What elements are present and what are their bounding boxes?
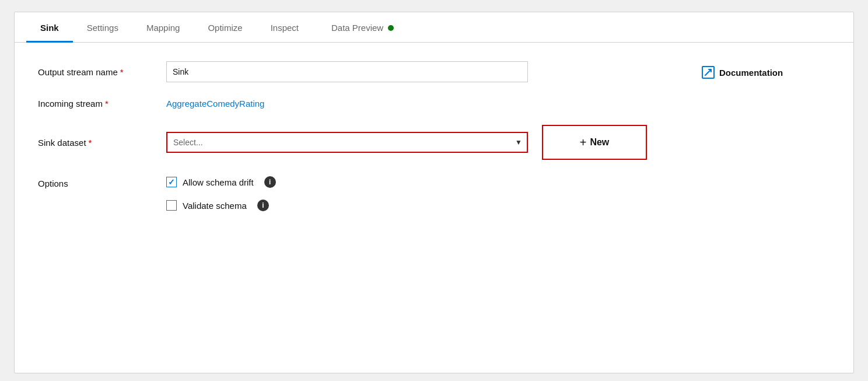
allow-schema-drift-label: Allow schema drift: [183, 177, 254, 187]
plus-icon: +: [580, 136, 587, 149]
incoming-stream-link[interactable]: AggregateComedyRating: [166, 99, 264, 109]
output-stream-control: [166, 61, 667, 82]
left-form: Output stream name * Incoming stream * A…: [38, 61, 667, 211]
output-stream-label: Output stream name *: [38, 67, 166, 77]
sink-dataset-select-wrapper: Select... ▼: [166, 132, 528, 153]
sink-dataset-select[interactable]: Select...: [166, 132, 528, 153]
content-area: Output stream name * Incoming stream * A…: [15, 43, 853, 230]
checkmark-icon: ✓: [168, 177, 175, 187]
incoming-required-star: *: [105, 99, 108, 109]
validate-schema-checkbox[interactable]: [166, 200, 177, 211]
incoming-stream-label: Incoming stream *: [38, 99, 166, 109]
documentation-label: Documentation: [719, 68, 783, 78]
sink-dataset-required-star: *: [89, 138, 92, 148]
tab-optimize[interactable]: Optimize: [194, 15, 256, 43]
options-area: ✓ Allow schema drift i Validate schema i: [166, 176, 276, 211]
tab-sink[interactable]: Sink: [26, 15, 73, 43]
main-content: Output stream name * Incoming stream * A…: [38, 61, 830, 211]
new-button-label: New: [590, 137, 609, 148]
validate-schema-row: Validate schema i: [166, 200, 276, 211]
required-star: *: [120, 67, 124, 77]
tab-mapping[interactable]: Mapping: [132, 15, 194, 43]
sink-dataset-control: Select... ▼ + New: [166, 125, 667, 160]
sink-dataset-row: Sink dataset * Select... ▼ + New: [38, 125, 667, 160]
validate-schema-label: Validate schema: [183, 201, 247, 211]
documentation-link[interactable]: Documentation: [702, 66, 783, 79]
output-stream-input[interactable]: [166, 61, 528, 82]
main-panel: Sink Settings Mapping Optimize Inspect D…: [14, 12, 854, 373]
tab-inspect[interactable]: Inspect: [257, 15, 313, 43]
options-label: Options: [38, 176, 166, 188]
new-button[interactable]: + New: [542, 125, 647, 160]
output-stream-row: Output stream name *: [38, 61, 667, 82]
tab-data-preview[interactable]: Data Preview: [317, 15, 408, 43]
status-dot: [388, 25, 394, 31]
allow-schema-drift-checkbox[interactable]: ✓: [166, 177, 177, 187]
sink-dataset-label: Sink dataset *: [38, 138, 166, 148]
right-section: Documentation: [667, 61, 830, 211]
allow-schema-drift-info-icon[interactable]: i: [264, 176, 276, 188]
tab-bar: Sink Settings Mapping Optimize Inspect D…: [15, 12, 853, 43]
external-link-icon: [702, 66, 715, 79]
allow-schema-drift-row: ✓ Allow schema drift i: [166, 176, 276, 188]
incoming-stream-row: Incoming stream * AggregateComedyRating: [38, 99, 667, 109]
tab-settings[interactable]: Settings: [73, 15, 132, 43]
options-row: Options ✓ Allow schema drift i: [38, 176, 667, 211]
validate-schema-info-icon[interactable]: i: [257, 200, 269, 211]
incoming-stream-control: AggregateComedyRating: [166, 99, 667, 109]
